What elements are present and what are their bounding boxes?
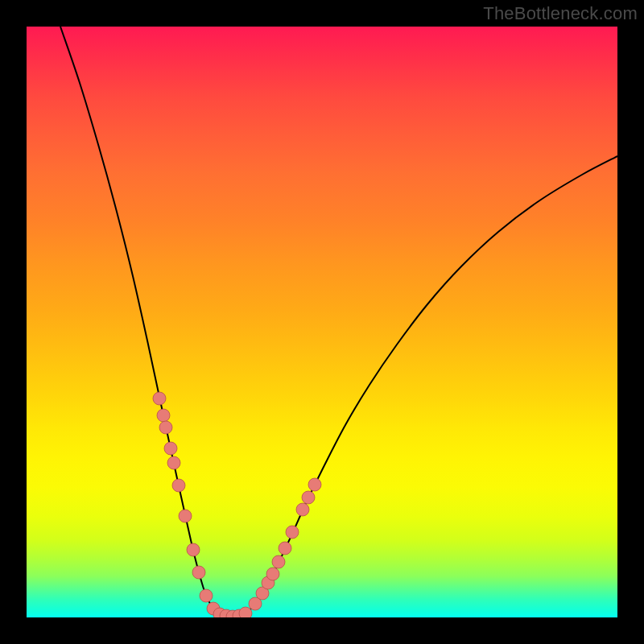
data-markers (153, 392, 321, 617)
data-point-marker (272, 555, 285, 568)
data-point-marker (159, 421, 172, 434)
data-point-marker (157, 409, 170, 422)
chart-frame: TheBottleneck.com (0, 0, 644, 644)
data-point-marker (164, 442, 177, 455)
data-point-marker (296, 503, 309, 516)
data-point-marker (179, 510, 192, 522)
data-point-marker (279, 542, 291, 555)
data-point-marker (286, 526, 299, 539)
chart-svg (27, 27, 617, 617)
bottleneck-curve (60, 27, 617, 617)
data-point-marker (239, 607, 252, 617)
data-point-marker (302, 491, 315, 504)
data-point-marker (192, 566, 205, 579)
data-point-marker (200, 589, 213, 602)
plot-area (27, 27, 617, 617)
watermark-text: TheBottleneck.com (483, 3, 638, 24)
data-point-marker (153, 392, 166, 405)
data-point-marker (187, 543, 200, 556)
data-point-marker (172, 479, 185, 492)
data-point-marker (308, 478, 321, 491)
data-point-marker (167, 456, 180, 469)
data-point-marker (266, 568, 279, 580)
